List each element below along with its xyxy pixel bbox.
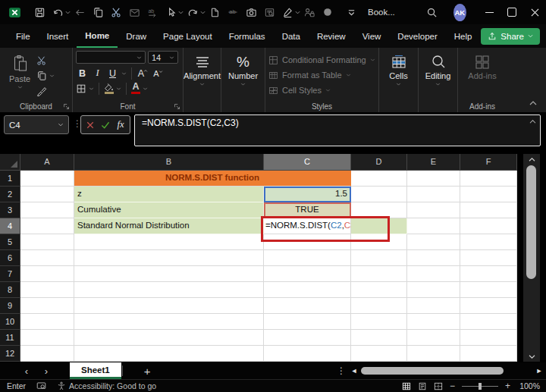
cell-c9[interactable]	[264, 298, 351, 314]
sheet-nav-right-icon[interactable]: ›	[36, 365, 56, 377]
font-size-combo[interactable]: 14	[148, 51, 178, 64]
cell-a8[interactable]	[20, 282, 74, 298]
column-header-d[interactable]: D	[351, 154, 407, 171]
cell-e11[interactable]	[407, 330, 460, 346]
touch-mouse-mode-icon[interactable]	[162, 4, 179, 20]
cell-b6[interactable]	[74, 250, 264, 266]
cell-b10[interactable]	[74, 314, 264, 330]
scroll-up-icon[interactable]	[523, 154, 540, 165]
cell-b4[interactable]: Standard Normal Distribution	[74, 218, 264, 234]
cell-d4[interactable]	[351, 218, 407, 234]
vertical-scrollbar[interactable]	[523, 154, 540, 362]
zoom-slider-thumb[interactable]	[479, 383, 482, 390]
horizontal-scroll-thumb[interactable]	[361, 367, 504, 375]
row-header-8[interactable]: 8	[0, 282, 20, 298]
cell-d2[interactable]	[351, 187, 407, 202]
minimize-button[interactable]	[479, 0, 501, 24]
cell-e6[interactable]	[407, 250, 460, 266]
cell-f3[interactable]	[460, 202, 517, 218]
cell-e12[interactable]	[407, 346, 460, 362]
undo-dropdown-icon[interactable]	[65, 10, 71, 15]
cut-button[interactable]	[36, 55, 47, 66]
cell-e5[interactable]	[407, 234, 460, 250]
tab-data[interactable]: Data	[274, 25, 309, 47]
cell-e7[interactable]	[407, 266, 460, 282]
scroll-down-icon[interactable]	[523, 351, 540, 362]
cell-f2[interactable]	[460, 187, 517, 202]
save-icon[interactable]	[31, 4, 48, 20]
redo-dropdown-icon[interactable]	[200, 10, 206, 15]
share-button[interactable]: Share	[481, 28, 540, 45]
cell-b12[interactable]	[74, 346, 264, 362]
select-all-button[interactable]	[0, 154, 20, 171]
cell-e8[interactable]	[407, 282, 460, 298]
row-header-9[interactable]: 9	[0, 298, 20, 314]
cell-c12[interactable]	[264, 346, 351, 362]
cell-b11[interactable]	[74, 330, 264, 346]
cell-a12[interactable]	[20, 346, 74, 362]
font-dialog-launcher-icon[interactable]	[174, 103, 180, 110]
copy-button[interactable]	[36, 71, 47, 81]
zoom-level[interactable]: 100%	[517, 381, 540, 390]
font-color-dropdown-icon[interactable]	[143, 86, 148, 91]
paste-button[interactable]: Paste	[3, 51, 36, 98]
underline-dropdown-icon[interactable]	[121, 71, 127, 76]
cell-c11[interactable]	[264, 330, 351, 346]
column-header-e[interactable]: E	[407, 154, 460, 171]
cell-e3[interactable]	[407, 202, 460, 218]
tab-insert[interactable]: Insert	[39, 25, 77, 47]
cell-c4[interactable]: =NORM.S.DIST(C2,C3)	[264, 218, 351, 234]
cell-d9[interactable]	[351, 298, 407, 314]
cell-a2[interactable]	[20, 187, 74, 202]
cell-f12[interactable]	[460, 346, 517, 362]
cut-icon[interactable]	[108, 4, 124, 20]
row-header-7[interactable]: 7	[0, 266, 20, 282]
cell-c8[interactable]	[264, 282, 351, 298]
cell-c6[interactable]	[264, 250, 351, 266]
italic-button[interactable]: I	[91, 67, 104, 80]
cell-a3[interactable]	[20, 202, 74, 218]
cell-f10[interactable]	[460, 314, 517, 330]
cell-e10[interactable]	[407, 314, 460, 330]
cell-d1[interactable]	[351, 171, 407, 187]
column-header-a[interactable]: A	[20, 154, 74, 171]
underline-button[interactable]: U	[106, 67, 119, 80]
cell-styles-button[interactable]: Cell Styles	[268, 83, 375, 98]
close-button[interactable]	[523, 0, 546, 24]
tab-draw[interactable]: Draw	[118, 25, 155, 47]
row-header-5[interactable]: 5	[0, 234, 20, 250]
normal-view-icon[interactable]	[402, 382, 411, 390]
new-file-icon[interactable]	[206, 4, 223, 20]
signature-dropdown-icon[interactable]	[295, 10, 300, 15]
cell-e4[interactable]	[407, 218, 460, 234]
zoom-slider[interactable]	[462, 386, 498, 387]
tab-view[interactable]: View	[354, 25, 390, 47]
sheet-more-icon[interactable]: ⋮	[334, 365, 349, 376]
font-name-combo[interactable]	[76, 51, 146, 64]
increase-font-button[interactable]: A	[136, 67, 149, 80]
add-sheet-icon[interactable]: +	[144, 365, 151, 378]
cell-f7[interactable]	[460, 266, 517, 282]
tab-file[interactable]: File	[8, 25, 39, 47]
cell-e2[interactable]	[407, 187, 460, 202]
maximize-button[interactable]	[501, 0, 524, 24]
page-layout-view-icon[interactable]	[418, 382, 427, 390]
row-header-1[interactable]: 1	[0, 171, 20, 187]
format-as-table-button[interactable]: Format as Table	[268, 67, 375, 83]
cell-b9[interactable]	[74, 298, 264, 314]
cell-d8[interactable]	[351, 282, 407, 298]
cell-c2[interactable]: 1.5	[264, 187, 351, 202]
cell-d11[interactable]	[351, 330, 407, 346]
cell-e9[interactable]	[407, 298, 460, 314]
cell-a7[interactable]	[20, 266, 74, 282]
font-color-button[interactable]: A	[131, 83, 140, 94]
page-break-preview-icon[interactable]	[434, 382, 443, 390]
cell-f6[interactable]	[460, 250, 517, 266]
camera-icon[interactable]	[243, 4, 259, 20]
row-header-12[interactable]: 12	[0, 346, 20, 362]
cell-b1[interactable]: NORM.S.DIST function	[74, 171, 351, 187]
row-header-3[interactable]: 3	[0, 202, 20, 218]
cell-f4[interactable]	[460, 218, 517, 234]
redo-icon[interactable]	[184, 4, 201, 20]
cell-a5[interactable]	[20, 234, 74, 250]
